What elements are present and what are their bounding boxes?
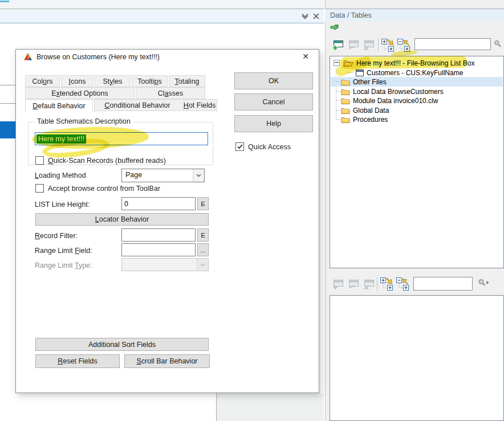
tab-totaling[interactable]: Totaling [169, 75, 205, 87]
tree-item-local-data[interactable]: Local Data BrowseCustomers [331, 87, 503, 96]
tree-guide-line [348, 72, 356, 73]
search-icon[interactable] [494, 40, 502, 48]
collapse-all-icon[interactable] [397, 38, 411, 52]
reset-fields-button[interactable]: Reset Fields [35, 354, 120, 368]
quick-scan-checkbox[interactable]: Quick-Scan Records (buffered reads) [35, 156, 166, 165]
tab-colors[interactable]: Colors [25, 75, 60, 87]
search-options-icon[interactable] [478, 279, 490, 287]
tab-row-2: Extended Options Classes [25, 87, 206, 99]
pane-title: Data / Tables [330, 11, 372, 19]
tab-tooltips[interactable]: Tooltips [132, 75, 168, 87]
tree-guide-line [336, 81, 341, 82]
column-search-input[interactable] [413, 277, 473, 291]
browse-properties-dialog: Browse on Customers (Here my text!!!) ✕ … [15, 49, 319, 393]
columns-list-panel[interactable] [330, 295, 504, 421]
accept-toolbar-checkbox[interactable]: Accept browse control from ToolBar [35, 184, 160, 193]
tree-item-label: Procedures [353, 116, 388, 124]
tab-default-behavior[interactable]: Default Behavior [25, 99, 93, 112]
pane-close-icon[interactable] [312, 12, 320, 21]
add-table-button[interactable] [331, 39, 344, 51]
tree-item-label: Customers - CUS:KeyFullName [367, 69, 463, 77]
tree-guide-line [336, 100, 341, 101]
list-line-height-expression-button[interactable]: E [197, 197, 209, 210]
tab-hot-fields[interactable]: Hot Fields [182, 99, 217, 111]
folder-icon [341, 97, 350, 104]
background-property-pane [217, 393, 324, 421]
range-limit-type-label: Range Limit Type: [35, 261, 92, 269]
dialog-title-bar[interactable]: Browse on Customers (Here my text!!!) ✕ [16, 50, 319, 64]
tab-conditional-behavior[interactable]: Conditional Behavior [94, 99, 181, 111]
record-filter-expression-button[interactable]: E [197, 228, 209, 242]
delete-column-button-disabled[interactable] [362, 278, 375, 291]
tab-row-1: Colors Icons Styles Tooltips Totaling [25, 75, 206, 87]
loading-method-select[interactable]: Page [121, 169, 205, 182]
folder-icon [341, 116, 350, 123]
record-filter-label: Record Filter: [35, 232, 78, 240]
tree-item-label: Other Files [353, 78, 387, 86]
tab-classes[interactable]: Classes [136, 87, 205, 99]
range-limit-field-ellipsis-button[interactable]: ... [197, 243, 209, 256]
range-limit-field-input[interactable] [121, 243, 196, 256]
checkbox-icon[interactable] [35, 156, 44, 165]
tree-item-customers[interactable]: Customers - CUS:KeyFullName [331, 68, 503, 77]
range-limit-type-select-disabled[interactable] [121, 258, 209, 271]
toolbar-separator [377, 277, 377, 291]
tree-guide-line [336, 110, 341, 111]
docked-pane-title-bar [0, 9, 324, 23]
tree-search-input[interactable] [414, 38, 491, 50]
checkbox-checked-icon[interactable] [235, 142, 244, 151]
folder-icon [341, 107, 350, 114]
dialog-close-icon[interactable]: ✕ [300, 51, 311, 62]
accent-dash [0, 1, 9, 2]
background-row-line [0, 85, 15, 85]
quick-access-checkbox[interactable]: Quick Access [235, 142, 291, 151]
cancel-button[interactable]: Cancel [234, 93, 313, 111]
tab-styles[interactable]: Styles [95, 75, 131, 87]
add-column-button-disabled[interactable] [331, 278, 344, 291]
group-title: Table Schematics Description [34, 117, 133, 125]
tree-guide-line [336, 91, 341, 92]
tree-item-procedures[interactable]: Procedures [331, 115, 503, 124]
tree-guide-line [336, 119, 341, 120]
background-row-line [0, 103, 15, 104]
tab-icons[interactable]: Icons [61, 75, 94, 87]
additional-sort-fields-button[interactable]: Additional Sort Fields [35, 338, 209, 351]
tree-item-label: Local Data BrowseCustomers [353, 88, 444, 96]
folder-open-icon [343, 59, 353, 67]
toolbar-separator [378, 38, 379, 52]
data-tables-pane-header[interactable]: Data / Tables [325, 9, 504, 21]
edit-table-button-disabled[interactable] [347, 39, 360, 51]
data-tables-tree: Here my text!!! - File-Browsing List Box… [330, 56, 504, 268]
list-line-height-input[interactable] [121, 197, 196, 210]
ok-button[interactable]: OK [234, 72, 313, 89]
expand-all-icon[interactable] [381, 38, 395, 52]
tree-item-listbox[interactable]: Here my text!!! - File-Browsing List Box [331, 58, 503, 68]
auto-hide-chevron-icon[interactable] [300, 12, 310, 21]
tree-item-other-files[interactable]: Other Files [331, 77, 503, 87]
checkbox-icon[interactable] [35, 184, 44, 193]
list-line-height-label: LIST Line Height: [35, 201, 90, 209]
chevron-down-icon[interactable] [193, 169, 204, 182]
collapse-all-icon[interactable] [396, 276, 410, 291]
selected-option: Page [122, 169, 193, 182]
expand-all-icon[interactable] [380, 276, 394, 291]
chevron-down-icon [197, 259, 208, 271]
collapse-expander-icon[interactable] [334, 60, 340, 66]
tree-item-module-data[interactable]: Module Data invoice010.clw [331, 96, 503, 105]
tab-extended-options[interactable]: Extended Options [25, 87, 135, 99]
data-pad-icon[interactable] [330, 23, 340, 31]
scroll-bar-behavior-button[interactable]: Scroll Bar Behavior [124, 354, 210, 368]
dialog-title: Browse on Customers (Here my text!!!) [36, 53, 160, 61]
record-filter-input[interactable] [121, 228, 196, 242]
description-input[interactable]: Here my text!!! [35, 132, 208, 145]
selected-text: Here my text!!! [36, 134, 86, 144]
edit-column-button-disabled[interactable] [347, 278, 360, 291]
folder-icon [341, 88, 350, 95]
delete-table-button-disabled[interactable] [362, 39, 375, 51]
background-selected-row [0, 121, 15, 138]
help-button[interactable]: Help [234, 115, 313, 132]
tree-item-label: Global Data [353, 107, 389, 115]
locator-behavior-button[interactable]: Locator Behavior [35, 213, 209, 226]
clarion-logo-icon [23, 52, 32, 61]
tree-item-global-data[interactable]: Global Data [331, 105, 503, 115]
